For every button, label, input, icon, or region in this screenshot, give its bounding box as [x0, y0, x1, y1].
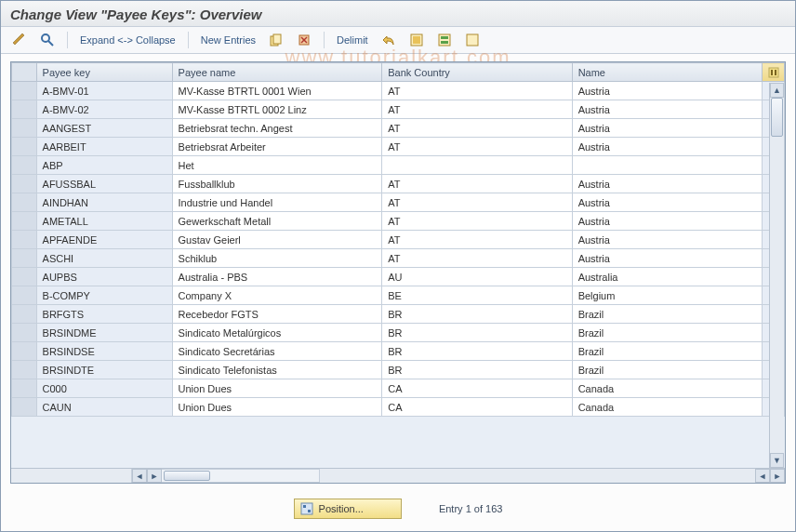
- table-row[interactable]: B-COMPYCompany XBEBelgium: [12, 286, 785, 305]
- scroll-thumb[interactable]: [771, 98, 783, 137]
- cell-country-name[interactable]: Brazil: [572, 342, 762, 361]
- cell-payee-name[interactable]: Industrie und Handel: [172, 193, 382, 212]
- row-selector[interactable]: [12, 175, 37, 193]
- cell-payee-name[interactable]: Betriebsrat techn. Angest: [172, 119, 382, 138]
- scroll-right2-icon[interactable]: ►: [770, 469, 785, 483]
- row-selector[interactable]: [12, 249, 37, 268]
- cell-payee-key[interactable]: A-BMV-02: [36, 100, 172, 119]
- h-thumb[interactable]: [164, 471, 210, 481]
- vertical-scrollbar[interactable]: ▲ ▼: [769, 83, 784, 468]
- configure-columns-icon[interactable]: [763, 63, 785, 82]
- cell-country-name[interactable]: Australia: [572, 268, 762, 286]
- cell-country-name[interactable]: Belgium: [572, 286, 762, 305]
- table-row[interactable]: A-BMV-01MV-Kasse BTRTL 0001 WienATAustri…: [12, 82, 785, 100]
- h-track[interactable]: [162, 469, 320, 483]
- deselect-all-icon[interactable]: [461, 31, 484, 49]
- cell-country-name[interactable]: Austria: [572, 100, 762, 119]
- cell-country-name[interactable]: Austria: [572, 193, 762, 212]
- cell-bank-country[interactable]: BR: [382, 361, 572, 379]
- cell-payee-key[interactable]: AARBEIT: [36, 138, 172, 156]
- select-all-icon[interactable]: [405, 31, 428, 49]
- toggle-display-icon[interactable]: [8, 31, 31, 49]
- cell-payee-key[interactable]: AMETALL: [36, 212, 172, 231]
- cell-payee-name[interactable]: Betriebsrat Arbeiter: [172, 138, 382, 156]
- cell-payee-name[interactable]: Union Dues: [172, 398, 382, 417]
- cell-payee-name[interactable]: Company X: [172, 286, 382, 305]
- scroll-track[interactable]: [770, 98, 784, 453]
- col-name[interactable]: Name: [572, 63, 762, 82]
- table-row[interactable]: ABPHet: [12, 156, 785, 175]
- row-selector[interactable]: [12, 342, 37, 361]
- cell-country-name[interactable]: Austria: [572, 138, 762, 156]
- table-row[interactable]: AMETALLGewerkschaft MetallATAustria: [12, 212, 785, 231]
- cell-payee-key[interactable]: B-COMPY: [36, 286, 172, 305]
- row-selector[interactable]: [12, 268, 37, 286]
- cell-country-name[interactable]: Austria: [572, 175, 762, 193]
- cell-country-name[interactable]: [572, 156, 762, 175]
- cell-bank-country[interactable]: AT: [382, 82, 572, 100]
- cell-payee-key[interactable]: AINDHAN: [36, 193, 172, 212]
- table-row[interactable]: BRSINDMESindicato MetalúrgicosBRBrazil: [12, 324, 785, 342]
- cell-payee-key[interactable]: APFAENDE: [36, 231, 172, 249]
- delimit-button[interactable]: Delimit: [333, 34, 372, 46]
- cell-bank-country[interactable]: AT: [382, 231, 572, 249]
- cell-bank-country[interactable]: BR: [382, 305, 572, 324]
- col-selector[interactable]: [12, 63, 37, 82]
- cell-payee-name[interactable]: MV-Kasse BTRTL 0001 Wien: [172, 82, 382, 100]
- table-row[interactable]: BRSINDTESindicato TelefonistasBRBrazil: [12, 361, 785, 379]
- col-payee-name[interactable]: Payee name: [172, 63, 382, 82]
- table-row[interactable]: AFUSSBALFussballklubATAustria: [12, 175, 785, 193]
- table-row[interactable]: A-BMV-02MV-Kasse BTRTL 0002 LinzATAustri…: [12, 100, 785, 119]
- cell-payee-name[interactable]: Australia - PBS: [172, 268, 382, 286]
- cell-bank-country[interactable]: CA: [382, 379, 572, 398]
- row-selector[interactable]: [12, 156, 37, 175]
- cell-bank-country[interactable]: CA: [382, 398, 572, 417]
- row-selector[interactable]: [12, 398, 37, 417]
- cell-bank-country[interactable]: AT: [382, 212, 572, 231]
- row-selector[interactable]: [12, 379, 37, 398]
- row-selector[interactable]: [12, 361, 37, 379]
- cell-payee-key[interactable]: C000: [36, 379, 172, 398]
- cell-payee-name[interactable]: Union Dues: [172, 379, 382, 398]
- table-row[interactable]: AANGESTBetriebsrat techn. AngestATAustri…: [12, 119, 785, 138]
- cell-bank-country[interactable]: AT: [382, 100, 572, 119]
- row-selector[interactable]: [12, 119, 37, 138]
- row-selector[interactable]: [12, 193, 37, 212]
- cell-payee-name[interactable]: Recebedor FGTS: [172, 305, 382, 324]
- cell-payee-key[interactable]: AANGEST: [36, 119, 172, 138]
- cell-bank-country[interactable]: BR: [382, 324, 572, 342]
- cell-bank-country[interactable]: BE: [382, 286, 572, 305]
- cell-payee-name[interactable]: Schiklub: [172, 249, 382, 268]
- table-row[interactable]: AUPBSAustralia - PBSAUAustralia: [12, 268, 785, 286]
- cell-bank-country[interactable]: AT: [382, 175, 572, 193]
- cell-payee-key[interactable]: BRSINDTE: [36, 361, 172, 379]
- table-row[interactable]: AINDHANIndustrie und HandelATAustria: [12, 193, 785, 212]
- cell-payee-key[interactable]: AFUSSBAL: [36, 175, 172, 193]
- row-selector[interactable]: [12, 82, 37, 100]
- cell-country-name[interactable]: Austria: [572, 231, 762, 249]
- cell-country-name[interactable]: Brazil: [572, 361, 762, 379]
- expand-collapse-button[interactable]: Expand <-> Collapse: [76, 34, 179, 46]
- cell-country-name[interactable]: Austria: [572, 249, 762, 268]
- row-selector[interactable]: [12, 324, 37, 342]
- cell-bank-country[interactable]: AT: [382, 249, 572, 268]
- cell-country-name[interactable]: Austria: [572, 119, 762, 138]
- cell-bank-country[interactable]: AT: [382, 119, 572, 138]
- new-entries-button[interactable]: New Entries: [197, 34, 259, 46]
- row-selector[interactable]: [12, 286, 37, 305]
- cell-country-name[interactable]: Austria: [572, 82, 762, 100]
- copy-icon[interactable]: [265, 31, 287, 49]
- cell-bank-country[interactable]: BR: [382, 342, 572, 361]
- delete-icon[interactable]: [293, 31, 315, 49]
- table-row[interactable]: AARBEITBetriebsrat ArbeiterATAustria: [12, 138, 785, 156]
- col-payee-key[interactable]: Payee key: [36, 63, 172, 82]
- cell-bank-country[interactable]: [382, 156, 572, 175]
- row-selector[interactable]: [12, 305, 37, 324]
- table-row[interactable]: ASCHISchiklubATAustria: [12, 249, 785, 268]
- position-button[interactable]: Position...: [294, 499, 402, 519]
- cell-payee-name[interactable]: Fussballklub: [172, 175, 382, 193]
- row-selector[interactable]: [12, 138, 37, 156]
- table-row[interactable]: CAUNUnion DuesCACanada: [12, 398, 785, 417]
- cell-payee-name[interactable]: Sindicato Telefonistas: [172, 361, 382, 379]
- undo-icon[interactable]: [378, 31, 400, 49]
